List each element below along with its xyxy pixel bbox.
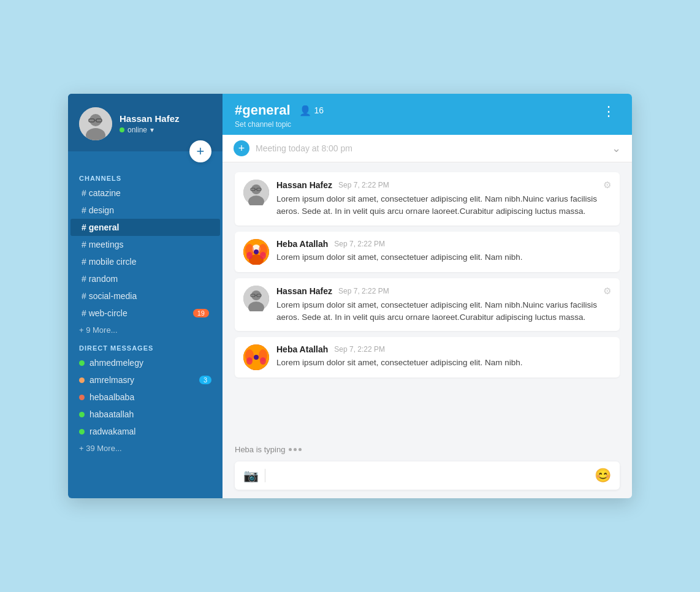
svg-point-19 xyxy=(254,249,259,254)
input-divider xyxy=(265,469,265,482)
channel-design[interactable]: # design xyxy=(70,202,220,219)
member-count-value: 16 xyxy=(314,105,324,115)
svg-point-31 xyxy=(254,355,259,360)
channel-title: #general xyxy=(235,102,291,118)
msg-time-1: Sep 7, 2:22 PM xyxy=(338,181,389,189)
msg-avatar-hassan xyxy=(243,286,269,311)
status-label: online xyxy=(127,126,147,134)
status-dot xyxy=(120,127,124,132)
dm-dot-hebaalbaba xyxy=(79,395,85,400)
msg-text-1: Lorem ipsum dolor sit amet, consectetuer… xyxy=(276,193,611,218)
dm-more[interactable]: + 39 More... xyxy=(68,440,223,457)
channel-mobile-circle[interactable]: # mobile circle xyxy=(70,253,220,270)
msg-text-3: Lorem ipsum dolor sit amet, consectetuer… xyxy=(276,299,611,324)
dm-dot-amrelmasry xyxy=(79,378,85,383)
sidebar-profile: Hassan Hafez online ▾ + xyxy=(68,94,223,151)
sidebar-scroll: CHANNELS # catazine # design # general #… xyxy=(68,151,223,498)
message-card: Heba Atallah Sep 7, 2:22 PM Lorem ipsum … xyxy=(235,337,620,378)
dm-hebaalbaba[interactable]: hebaalbaba xyxy=(68,389,223,406)
dm-ahmedmelegy[interactable]: ahmedmelegy xyxy=(68,354,223,371)
dm-amrelmasry[interactable]: amrelmasry 3 xyxy=(68,371,223,389)
msg-time-4: Sep 7, 2:22 PM xyxy=(334,345,385,354)
msg-sender-1: Hassan Hafez xyxy=(276,180,332,190)
msg-avatar-heba xyxy=(243,239,269,265)
msg-sender-3: Hassan Hafez xyxy=(276,286,332,296)
sidebar: Hassan Hafez online ▾ + CHANNELS # cataz… xyxy=(68,94,223,498)
channel-catazine[interactable]: # catazine xyxy=(70,184,220,202)
messages-area: Hassan Hafez Sep 7, 2:22 PM ⚙ Lorem ipsu… xyxy=(223,162,632,441)
pinned-add-button[interactable]: + xyxy=(234,140,249,156)
main-chat: #general 👤 16 Set channel topic ⋮ + Meet… xyxy=(223,94,632,498)
member-count: 👤 16 xyxy=(299,105,324,116)
dm-dot-ahmedmelegy xyxy=(79,360,85,366)
app-window: Hassan Hafez online ▾ + CHANNELS # cataz… xyxy=(68,94,632,498)
msg-time-2: Sep 7, 2:22 PM xyxy=(334,240,385,248)
channels-section-label: CHANNELS xyxy=(68,169,223,184)
msg-text-4: Lorem ipsum dolor sit amet, consectetuer… xyxy=(276,357,611,369)
svg-point-18 xyxy=(260,252,266,259)
dm-habaatallah[interactable]: habaatallah xyxy=(68,406,223,423)
profile-name: Hassan Hafez xyxy=(120,113,180,124)
msg-avatar-hassan xyxy=(243,180,269,205)
pinned-bar: + Meeting today at 8:00 pm ⌄ xyxy=(223,135,632,162)
channel-topic[interactable]: Set channel topic xyxy=(235,120,324,129)
svg-point-29 xyxy=(246,357,253,365)
typing-dot-1 xyxy=(289,448,292,451)
msg-sender-4: Heba Atallah xyxy=(276,344,328,354)
channels-more[interactable]: + 9 More... xyxy=(68,322,223,338)
pinned-text: Meeting today at 8:00 pm xyxy=(256,143,606,153)
add-channel-button[interactable]: + xyxy=(189,140,211,162)
msg-gear-3[interactable]: ⚙ xyxy=(603,286,611,297)
user-avatar xyxy=(79,107,112,140)
emoji-icon[interactable]: 😊 xyxy=(595,468,611,484)
channel-web-circle[interactable]: # web-circle 19 xyxy=(70,305,220,322)
msg-avatar-heba xyxy=(243,344,269,370)
typing-indicator: Heba is typing xyxy=(223,441,632,457)
message-card: Hassan Hafez Sep 7, 2:22 PM ⚙ Lorem ipsu… xyxy=(235,278,620,332)
pinned-chevron-icon[interactable]: ⌄ xyxy=(612,142,621,155)
svg-point-30 xyxy=(260,357,266,365)
dm-section-label: DIRECT MESSAGES xyxy=(68,338,223,354)
channel-general[interactable]: # general xyxy=(70,219,220,236)
msg-sender-2: Heba Atallah xyxy=(276,239,328,249)
camera-icon[interactable]: 📷 xyxy=(243,468,259,483)
typing-dot-3 xyxy=(299,448,302,451)
message-input-bar: 📷 😊 xyxy=(235,461,620,490)
profile-info: Hassan Hafez online ▾ xyxy=(120,113,180,134)
message-input[interactable] xyxy=(272,471,588,480)
chat-header: #general 👤 16 Set channel topic ⋮ xyxy=(223,94,632,135)
msg-body: Heba Atallah Sep 7, 2:22 PM Lorem ipsum … xyxy=(276,344,611,370)
msg-body: Heba Atallah Sep 7, 2:22 PM Lorem ipsum … xyxy=(276,239,611,265)
msg-text-2: Lorem ipsum dolor sit amet, consectetuer… xyxy=(276,251,611,264)
message-card: Heba Atallah Sep 7, 2:22 PM Lorem ipsum … xyxy=(235,232,620,272)
typing-dots xyxy=(289,448,302,451)
dm-dot-radwakamal xyxy=(79,429,85,435)
message-card: Hassan Hafez Sep 7, 2:22 PM ⚙ Lorem ipsu… xyxy=(235,172,620,226)
svg-point-17 xyxy=(246,252,253,259)
msg-body: Hassan Hafez Sep 7, 2:22 PM ⚙ Lorem ipsu… xyxy=(276,286,611,324)
amrelmasry-badge: 3 xyxy=(199,376,211,384)
profile-status[interactable]: online ▾ xyxy=(120,126,180,134)
channel-random[interactable]: # random xyxy=(70,270,220,287)
channel-social-media[interactable]: # social-media xyxy=(70,287,220,305)
msg-body: Hassan Hafez Sep 7, 2:22 PM ⚙ Lorem ipsu… xyxy=(276,180,611,218)
typing-text: Heba is typing xyxy=(235,445,285,454)
channel-meetings[interactable]: # meetings xyxy=(70,236,220,253)
msg-time-3: Sep 7, 2:22 PM xyxy=(338,287,389,295)
people-icon: 👤 xyxy=(299,105,311,116)
msg-gear-1[interactable]: ⚙ xyxy=(603,180,611,191)
dm-radwakamal[interactable]: radwakamal xyxy=(68,423,223,440)
more-options-button[interactable]: ⋮ xyxy=(598,102,620,121)
dm-dot-habaatallah xyxy=(79,412,85,417)
web-circle-badge: 19 xyxy=(193,309,209,317)
typing-dot-2 xyxy=(294,448,297,451)
status-chevron: ▾ xyxy=(150,126,154,134)
